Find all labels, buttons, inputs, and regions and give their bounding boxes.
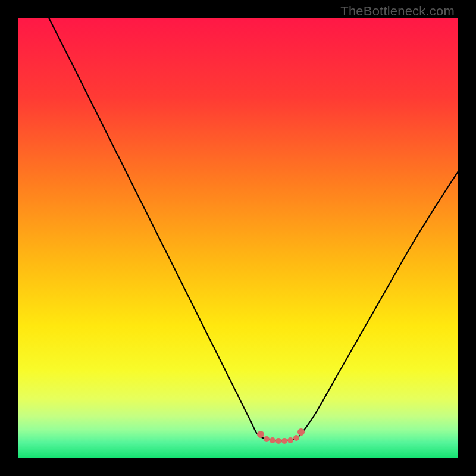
highlight-dot [270, 437, 275, 443]
highlight-dot [293, 435, 299, 441]
watermark-text: TheBottleneck.com [340, 4, 455, 19]
highlight-dot [298, 428, 305, 436]
chart-plot-area [18, 18, 458, 458]
highlight-dot [281, 438, 287, 444]
highlight-dot [264, 436, 270, 442]
bottleneck-curve [49, 18, 458, 441]
highlight-dot [257, 431, 264, 438]
curve-bottom-highlight [257, 428, 305, 444]
highlight-dot [275, 438, 281, 444]
highlight-dot [287, 437, 293, 443]
chart-curve-layer [18, 18, 458, 458]
